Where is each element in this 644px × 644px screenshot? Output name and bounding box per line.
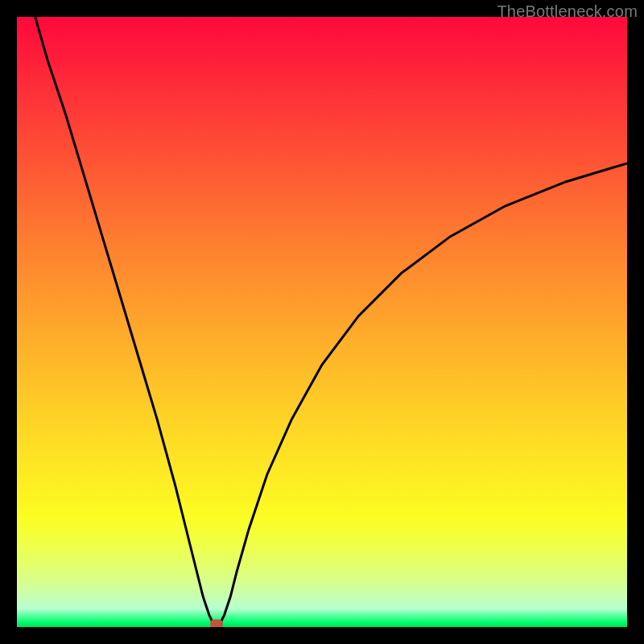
optimal-marker xyxy=(210,620,223,627)
curve-svg xyxy=(17,17,627,627)
chart-container: TheBottleneck.com xyxy=(0,0,644,644)
plot-area xyxy=(17,17,627,627)
bottleneck-curve xyxy=(35,17,627,624)
watermark-text: TheBottleneck.com xyxy=(497,2,638,21)
